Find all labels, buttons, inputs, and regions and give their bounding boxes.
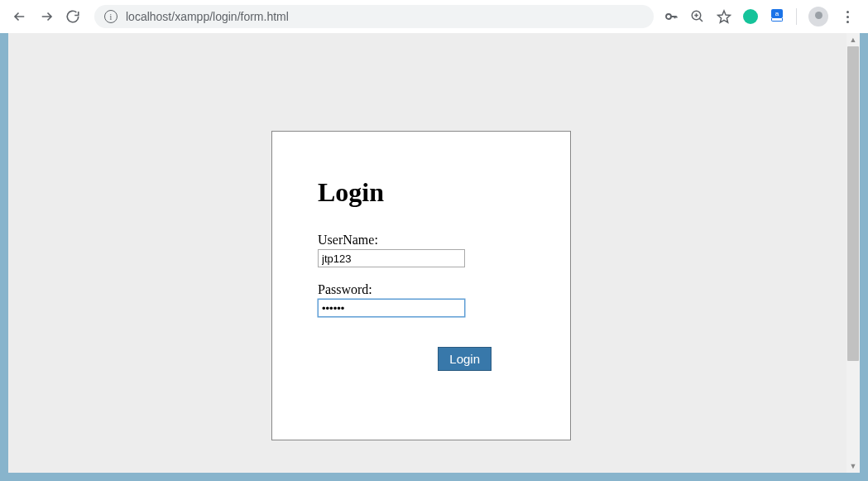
forward-button[interactable] — [35, 5, 58, 28]
username-label: UserName: — [318, 233, 525, 248]
browser-toolbar: i localhost/xampp/login/form.html a — [0, 0, 868, 33]
svg-point-0 — [666, 14, 671, 19]
toolbar-divider — [796, 8, 797, 25]
profile-avatar[interactable] — [808, 7, 828, 26]
login-card: Login UserName: Password: Login — [271, 131, 571, 440]
username-group: UserName: — [318, 233, 525, 267]
scroll-up-icon[interactable]: ▲ — [846, 33, 860, 46]
scroll-thumb[interactable] — [847, 46, 859, 361]
password-label: Password: — [318, 282, 525, 297]
page-background: Login UserName: Password: Login ▲ ▼ — [8, 33, 860, 473]
reload-icon — [65, 9, 80, 24]
arrow-right-icon — [39, 9, 54, 24]
menu-button[interactable] — [840, 9, 855, 24]
site-info-icon[interactable]: i — [104, 10, 117, 23]
login-button[interactable]: Login — [438, 347, 492, 371]
arrow-left-icon — [12, 9, 27, 24]
toolbar-right: a — [664, 7, 860, 26]
password-group: Password: — [318, 282, 525, 317]
reload-button[interactable] — [61, 5, 84, 28]
bookmark-icon[interactable] — [717, 9, 731, 24]
extension-blue-icon[interactable]: a — [770, 9, 784, 24]
viewport: Login UserName: Password: Login ▲ ▼ — [8, 33, 860, 473]
address-bar[interactable]: i localhost/xampp/login/form.html — [94, 5, 654, 28]
url-text: localhost/xampp/login/form.html — [126, 10, 644, 23]
back-button[interactable] — [8, 5, 31, 28]
username-input[interactable] — [318, 249, 465, 267]
extension-green-icon[interactable] — [743, 9, 758, 24]
login-title: Login — [318, 177, 525, 208]
key-icon[interactable] — [664, 9, 679, 24]
zoom-icon[interactable] — [690, 9, 705, 24]
scrollbar[interactable]: ▲ ▼ — [846, 33, 860, 473]
password-input[interactable] — [318, 299, 465, 317]
scroll-down-icon[interactable]: ▼ — [846, 459, 860, 473]
